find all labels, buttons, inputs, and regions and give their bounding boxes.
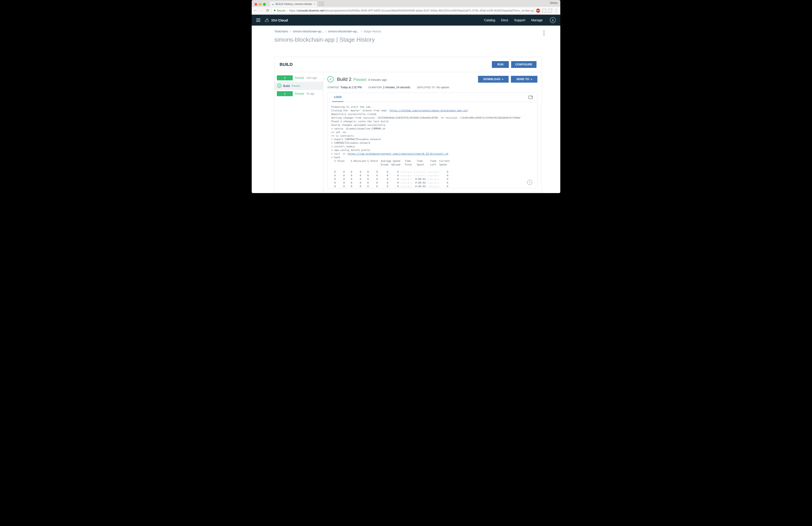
log-link[interactable]: https://github.com/sstone1/simons-blockc… (390, 109, 468, 112)
brand-suffix: Cloud (278, 18, 288, 22)
hamburger-menu-icon[interactable] (256, 18, 260, 22)
url-scheme: https:// (289, 9, 298, 12)
brand[interactable]: IBM Cloud (264, 18, 288, 22)
back-icon[interactable]: ← (253, 9, 257, 13)
browser-profile[interactable]: Simon (550, 1, 557, 4)
deployed-label: DEPLOYED TO (417, 86, 435, 89)
avatar[interactable] (550, 17, 556, 23)
close-tab-icon[interactable]: × (314, 2, 315, 6)
run-ago: 3h ago (306, 92, 315, 95)
close-window-icon[interactable] (255, 3, 257, 6)
checkmark-circle-icon (328, 76, 334, 82)
run-ago: 10m ago (306, 76, 317, 79)
browser-menu-icon[interactable]: ⋮ (554, 8, 559, 13)
browser-tab[interactable]: ☁ BUILD History | simons-blockc × (270, 1, 317, 7)
extension-icon[interactable] (542, 9, 546, 13)
run-history-sidebar: 2 Passed 10m ago Build Passed 1 (275, 72, 323, 192)
nav-docs[interactable]: Docs (501, 18, 508, 22)
logs-tab[interactable]: LOGS (332, 93, 344, 102)
app-header: IBM Cloud Catalog Docs Support Manage (252, 15, 560, 26)
log-text: Preparing to start the job... Cloning th… (331, 105, 390, 112)
browser-chrome: ☁ BUILD History | simons-blockc × Simon … (252, 0, 560, 15)
configure-button[interactable]: CONFIGURE (511, 61, 536, 68)
window-controls (253, 2, 267, 6)
secure-label: Secure (277, 9, 286, 12)
log-text: ' Repository successfully cloned Getting… (331, 109, 522, 155)
weather-cloud-icon (264, 18, 269, 22)
lock-icon (274, 9, 276, 12)
forward-icon: → (260, 9, 263, 13)
expand-icon[interactable] (528, 96, 533, 99)
extension-icon-2[interactable] (548, 9, 552, 13)
nav-manage[interactable]: Manage (531, 18, 542, 22)
build-title: Build 2 (337, 76, 351, 82)
duration-label: DURATION (368, 86, 381, 89)
run-job-row-selected[interactable]: Build Passed (275, 82, 323, 90)
scroll-to-bottom-icon[interactable]: ↓ (527, 180, 532, 185)
run-status: Passed (295, 76, 304, 79)
user-icon (551, 18, 554, 22)
run-button[interactable]: RUN (492, 61, 509, 68)
log-link[interactable]: https://raw.githubusercontent.com/creati… (348, 152, 448, 155)
started-label: STARTED (328, 86, 339, 89)
brand-prefix: IBM (271, 18, 277, 22)
reload-icon[interactable]: ⟳ (266, 9, 269, 13)
new-tab-button[interactable] (319, 2, 324, 6)
run-detail: Build 2 Passed 8 minutes ago DOWNLOAD SE… (323, 72, 541, 192)
nav-support[interactable]: Support (514, 18, 525, 22)
log-text: + bash % Total % Received % Xferd Averag… (331, 156, 450, 188)
url-host: console.bluemix.net (298, 9, 324, 12)
run-status: Passed (295, 92, 304, 95)
build-ago: 8 minutes ago (368, 78, 387, 81)
maximize-window-icon[interactable] (263, 3, 266, 6)
adblock-extension-icon[interactable]: ABP (536, 9, 540, 13)
breadcrumb-item-2[interactable]: simons-blockchain-ap... (328, 30, 359, 33)
breadcrumb-item-1[interactable]: simons-blockchain-ap... (293, 30, 324, 33)
breadcrumb-toolchains[interactable]: Toolchains (274, 30, 288, 33)
url-path: /devops/pipelines/d3d546fa-4545-4f7f-b93… (324, 9, 534, 12)
tab-title: BUILD History | simons-blockc (276, 2, 312, 6)
address-bar[interactable]: Secure | https://console.bluemix.net/dev… (272, 8, 534, 14)
started-value: Today at 2:32 PM (340, 86, 362, 89)
run-number-badge: 1 (277, 91, 293, 96)
run-row[interactable]: 1 Passed 3h ago (275, 90, 323, 97)
run-row[interactable]: 2 Passed 10m ago (275, 74, 323, 81)
run-number-badge: 2 (277, 75, 293, 80)
cloud-icon: ☁ (272, 2, 274, 6)
page-overflow-menu-icon[interactable] (543, 31, 545, 35)
stage-card: BUILD RUN CONFIGURE 2 Passed 10m ag (274, 57, 542, 192)
checkmark-circle-icon (277, 84, 281, 88)
nav-catalog[interactable]: Catalog (484, 18, 495, 22)
download-button[interactable]: DOWNLOAD (478, 76, 509, 82)
send-to-button[interactable]: SEND TO (511, 76, 537, 82)
build-status: Passed (353, 77, 366, 82)
log-output[interactable]: Preparing to start the job... Cloning th… (328, 102, 537, 188)
duration-value: 2 minutes, 14 seconds (383, 86, 410, 89)
svg-line-2 (268, 19, 268, 19)
job-status: Passed (292, 85, 300, 87)
breadcrumb: Toolchains / simons-blockchain-ap... / s… (274, 30, 542, 33)
job-name: Build (283, 84, 290, 88)
stage-name: BUILD (279, 62, 293, 67)
minimize-window-icon[interactable] (259, 3, 261, 6)
deployed-value: No spaces (436, 86, 449, 89)
page-title: simons-blockchain-app | Stage History (274, 36, 542, 43)
breadcrumb-current: Stage History (363, 30, 381, 33)
